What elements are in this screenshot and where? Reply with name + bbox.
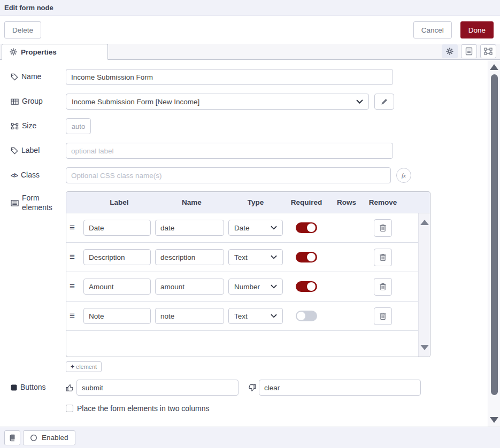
form-elements-row: Form elements Label Name Type Required R… [0, 191, 500, 357]
form-element-row: ≡ Text [66, 302, 418, 331]
dialog-title: Edit form node [4, 4, 53, 12]
clear-button-label-input[interactable] [259, 380, 421, 396]
remove-element-button[interactable] [374, 219, 392, 237]
element-name-input[interactable] [155, 308, 224, 324]
scroll-up-arrow[interactable] [420, 220, 429, 225]
element-label-input[interactable] [83, 220, 151, 236]
gear-icon [10, 48, 17, 56]
dialog-titlebar: Edit form node [0, 0, 500, 16]
enabled-toggle-button[interactable]: Enabled [23, 430, 75, 445]
remove-element-button[interactable] [374, 278, 392, 296]
element-type-select[interactable]: Date [228, 220, 283, 236]
chevron-down-icon [271, 226, 277, 230]
trash-icon [379, 312, 387, 320]
code-icon: </> [11, 172, 18, 179]
remove-element-button[interactable] [374, 307, 392, 325]
label-row: Label [0, 143, 500, 159]
list-icon [11, 199, 19, 207]
panel-scroll-thumb[interactable] [491, 74, 498, 395]
class-input[interactable] [66, 167, 391, 183]
panel-scroll-up-arrow[interactable] [490, 64, 498, 70]
properties-panel: Name Group Income Submission Form [New I… [0, 60, 500, 427]
action-row: Delete Cancel Done [0, 16, 500, 44]
remove-element-button[interactable] [374, 249, 392, 266]
form-element-row: ≡ Number [66, 272, 418, 302]
submit-button-label-input[interactable] [76, 380, 239, 396]
table-scrollbar[interactable] [418, 213, 430, 357]
required-toggle[interactable] [296, 252, 317, 262]
document-icon [465, 47, 473, 56]
element-type-select[interactable]: Text [228, 308, 283, 324]
size-label: Size [11, 121, 66, 131]
buttons-label: Buttons [11, 383, 66, 392]
thumbs-up-icon [66, 384, 74, 392]
fx-icon: fx [402, 172, 406, 179]
element-name-input[interactable] [155, 279, 224, 295]
element-type-select[interactable]: Text [228, 249, 283, 265]
drag-handle[interactable]: ≡ [70, 222, 83, 233]
cancel-button[interactable]: Cancel [413, 21, 452, 38]
properties-gear-button[interactable] [442, 44, 458, 58]
scroll-down-arrow[interactable] [420, 345, 429, 350]
two-columns-label: Place the form elements in two columns [77, 404, 209, 413]
column-header-remove: Remove [363, 198, 403, 206]
object-group-icon [11, 122, 19, 130]
edit-form-node-dialog: Edit form node Delete Cancel Done [0, 0, 500, 448]
tab-row: Properties [0, 44, 500, 60]
column-header-rows: Rows [330, 198, 363, 206]
form-element-row: ≡ Date [66, 213, 418, 243]
name-input[interactable] [66, 69, 393, 85]
column-header-type: Type [228, 198, 283, 206]
edit-group-button[interactable] [374, 94, 394, 110]
node-help-button[interactable] [4, 430, 20, 445]
class-label: </> Class [11, 171, 66, 180]
element-label-input[interactable] [83, 279, 151, 295]
drag-handle[interactable]: ≡ [70, 311, 83, 321]
column-header-name: Name [155, 198, 228, 206]
buttons-row: Buttons [0, 380, 500, 396]
trash-icon [379, 224, 387, 232]
group-row: Group Income Submission Form [New Income… [0, 94, 500, 110]
gear-icon [446, 48, 453, 55]
trash-icon [379, 253, 387, 261]
label-input[interactable] [66, 143, 393, 159]
panel-scroll-down-arrow[interactable] [490, 417, 498, 423]
required-toggle[interactable] [296, 281, 317, 292]
group-select[interactable]: Income Submission Form [New Income] [66, 94, 369, 110]
appearance-tab-button[interactable] [480, 44, 496, 58]
drag-handle[interactable]: ≡ [70, 281, 83, 292]
tab-properties[interactable]: Properties [2, 44, 108, 60]
size-auto-button[interactable]: auto [66, 118, 91, 134]
object-group-icon [484, 47, 493, 56]
tag-icon [11, 147, 18, 155]
element-name-input[interactable] [155, 249, 224, 265]
thumbs-down-icon [248, 384, 256, 392]
done-button[interactable]: Done [460, 21, 494, 38]
name-label: Name [11, 72, 66, 82]
chevron-down-icon [356, 99, 363, 104]
tag-icon [11, 73, 18, 81]
element-label-input[interactable] [83, 249, 151, 265]
required-toggle[interactable] [296, 222, 317, 233]
table-icon [11, 98, 19, 105]
delete-button[interactable]: Delete [4, 21, 41, 38]
name-row: Name [0, 69, 500, 85]
tab-tools [442, 44, 500, 59]
element-type-value: Date [234, 224, 271, 232]
panel-scrollbar[interactable] [488, 60, 500, 427]
form-elements-table: Label Name Type Required Rows Remove ≡ D… [66, 191, 430, 357]
description-tab-button[interactable] [461, 44, 477, 58]
class-row: </> Class fx [0, 167, 500, 183]
chevron-down-icon [271, 314, 277, 318]
drag-handle[interactable]: ≡ [70, 252, 83, 262]
circle-icon [30, 434, 37, 442]
add-element-button[interactable]: + element [66, 361, 102, 372]
element-type-select[interactable]: Number [228, 279, 283, 295]
group-label: Group [11, 97, 66, 106]
element-name-input[interactable] [155, 220, 224, 236]
expression-button[interactable]: fx [396, 168, 411, 183]
element-label-input[interactable] [83, 308, 151, 324]
element-type-value: Text [234, 312, 271, 320]
required-toggle[interactable] [296, 311, 317, 321]
two-columns-checkbox[interactable] [66, 405, 73, 412]
